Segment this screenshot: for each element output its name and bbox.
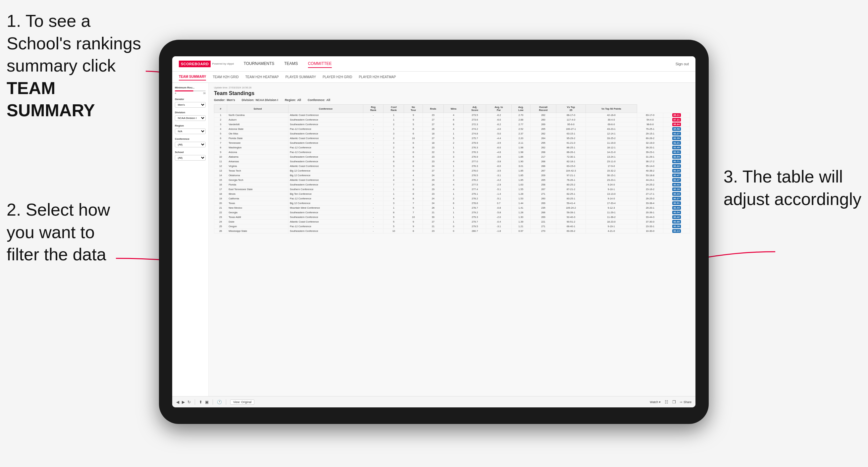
toolbar-refresh-icon[interactable]: ↻ bbox=[187, 400, 191, 404]
table-cell-1[interactable]: Alabama bbox=[227, 155, 288, 159]
watch-button[interactable]: Watch ▾ bbox=[650, 400, 661, 404]
table-cell-2: Southeastern Conference bbox=[288, 183, 363, 187]
subnav-player-h2h-heatmap[interactable]: PLAYER H2H HEATMAP bbox=[359, 74, 396, 80]
table-cell-10: 1.53 bbox=[512, 196, 530, 201]
table-cell-1[interactable]: Virginia bbox=[227, 164, 288, 168]
table-cell-1[interactable]: Florida State bbox=[227, 136, 288, 141]
table-cell-1[interactable]: Tennessee bbox=[227, 141, 288, 146]
table-cell-7: 4 bbox=[443, 159, 464, 164]
col-school: School bbox=[227, 105, 288, 113]
toolbar-clock-icon[interactable]: 🕐 bbox=[217, 400, 222, 404]
table-cell-1[interactable]: Georgia Tech bbox=[227, 178, 288, 183]
table-cell-0: 9 bbox=[214, 150, 227, 155]
table-cell-7: 1 bbox=[443, 210, 464, 215]
table-cell-1[interactable]: Texas A&M bbox=[227, 215, 288, 220]
filter-chip-division-val: NCAA Division I bbox=[256, 98, 278, 102]
filter-region-select[interactable]: N/A bbox=[175, 128, 206, 134]
table-cell-2: Southeastern Conference bbox=[288, 131, 363, 136]
table-cell-1[interactable]: North Carolina bbox=[227, 113, 288, 118]
nav-tournaments[interactable]: TOURNAMENTS bbox=[244, 60, 274, 68]
table-cell-8: 276.2 bbox=[464, 178, 486, 183]
table-cell-0: 6 bbox=[214, 136, 227, 141]
toolbar-grid-icon[interactable]: ☷ bbox=[665, 400, 668, 404]
table-cell-4: 2 bbox=[383, 136, 404, 141]
table-cell-1[interactable]: Auburn bbox=[227, 118, 288, 122]
table-cell-1[interactable]: Oregon bbox=[227, 224, 288, 229]
table-cell-1[interactable]: Illinois bbox=[227, 192, 288, 196]
tablet: SCOREBOARD Powered by clippd TOURNAMENTS… bbox=[159, 40, 709, 424]
filter-school-select[interactable]: (All) bbox=[175, 155, 206, 161]
table-cell-10: 1.90 bbox=[512, 159, 530, 164]
share-button[interactable]: ⇨ Share bbox=[680, 400, 691, 404]
table-cell-15: 80.13 bbox=[663, 229, 690, 234]
table-cell-11: 262 bbox=[530, 146, 556, 150]
table-cell-10: 1.85 bbox=[512, 173, 530, 178]
table-cell-1[interactable]: California bbox=[227, 196, 288, 201]
table-cell-5: 9 bbox=[404, 220, 423, 224]
subnav-team-h2h-heatmap[interactable]: TEAM H2H HEATMAP bbox=[245, 74, 279, 80]
table-cell-12: 95-29-2 bbox=[556, 136, 586, 141]
table-cell-1[interactable]: Oklahoma bbox=[227, 173, 288, 178]
table-cell-4: 8 bbox=[383, 210, 404, 215]
toolbar-forward-icon[interactable]: ▶ bbox=[182, 400, 185, 404]
table-cell-1[interactable]: Ole Miss bbox=[227, 131, 288, 136]
table-cell-0: 5 bbox=[214, 131, 227, 136]
table-cell-12: 95-6-0 bbox=[556, 122, 586, 127]
subnav-team-h2h-grid[interactable]: TEAM H2H GRID bbox=[213, 74, 239, 80]
table-cell-1[interactable]: Texas Tech bbox=[227, 168, 288, 173]
table-cell-15: 80.42 bbox=[663, 215, 690, 220]
toolbar-bookmark-icon[interactable]: ▣ bbox=[205, 400, 209, 404]
toolbar-back-icon[interactable]: ◀ bbox=[176, 400, 179, 404]
table-cell-6: 23 bbox=[423, 159, 444, 164]
table-cell-1[interactable]: Washington bbox=[227, 146, 288, 150]
table-cell-1[interactable]: Mississippi State bbox=[227, 229, 288, 234]
table-title: Team Standings bbox=[214, 90, 690, 96]
table-row: 15Georgia TechAtlantic Coast Conference-… bbox=[214, 178, 690, 183]
main-content: Minimum Rou... 4 30 Gender Men' bbox=[172, 83, 695, 396]
toolbar-share-icon[interactable]: ⬆ bbox=[199, 400, 203, 404]
table-cell-1[interactable]: Arizona State bbox=[227, 127, 288, 131]
table-row: 4Arizona StatePac-12 Conference-16264274… bbox=[214, 127, 690, 131]
col-overall-record: OverallRecord bbox=[530, 105, 556, 113]
table-cell-1[interactable]: Arizona bbox=[227, 150, 288, 155]
filter-gender-select[interactable]: Men's bbox=[175, 102, 206, 107]
table-cell-10: 1.63 bbox=[512, 183, 530, 187]
table-cell-12: 104-42-3 bbox=[556, 168, 586, 173]
table-cell-1[interactable]: Vanderbilt bbox=[227, 122, 288, 127]
filter-division-select[interactable]: NCAA Division I bbox=[175, 115, 206, 121]
table-cell-1[interactable]: Florida bbox=[227, 183, 288, 187]
toolbar-expand-icon[interactable]: ❐ bbox=[672, 400, 676, 404]
table-cell-8: 276.5 bbox=[464, 173, 486, 178]
filter-conference-select[interactable]: (All) bbox=[175, 142, 206, 147]
table-cell-1[interactable]: East Tennessee State bbox=[227, 187, 288, 192]
slider-fill bbox=[175, 90, 193, 91]
table-cell-9: -0.8 bbox=[486, 206, 511, 210]
table-cell-10: 2.77 bbox=[512, 122, 530, 127]
col-avg-to-par: Avg. toPar bbox=[486, 105, 511, 113]
filter-chip-conference: Conference: All bbox=[308, 98, 330, 102]
score-badge: 80.44 bbox=[672, 206, 681, 210]
table-cell-1[interactable]: Texas bbox=[227, 201, 288, 206]
view-original-button[interactable]: View: Original bbox=[230, 399, 254, 405]
sign-out[interactable]: Sign out bbox=[676, 62, 689, 66]
table-cell-4: 5 bbox=[383, 224, 404, 229]
table-cell-11: 267 bbox=[530, 168, 556, 173]
subnav-player-summary[interactable]: PLAYER SUMMARY bbox=[285, 74, 316, 80]
table-cell-7: 3 bbox=[443, 155, 464, 159]
table-cell-1[interactable]: Georgia bbox=[227, 210, 288, 215]
table-cell-3: - bbox=[363, 187, 383, 192]
table-row: 9ArizonaPac-12 Conference-38223276.3-4.6… bbox=[214, 150, 690, 155]
subnav-player-h2h-grid[interactable]: PLAYER H2H GRID bbox=[322, 74, 352, 80]
nav-committee[interactable]: COMMITTEE bbox=[308, 60, 332, 68]
table-cell-3: - bbox=[363, 206, 383, 210]
table-cell-8: 273.6 bbox=[464, 118, 486, 122]
col-rank: # bbox=[214, 105, 227, 113]
subnav-team-summary[interactable]: TEAM SUMMARY bbox=[179, 73, 206, 81]
filter-school-label: School bbox=[175, 151, 206, 154]
table-cell-1[interactable]: Duke bbox=[227, 220, 288, 224]
table-cell-10: 3.01 bbox=[512, 164, 530, 168]
nav-teams[interactable]: TEAMS bbox=[284, 60, 298, 68]
table-cell-1[interactable]: New Mexico bbox=[227, 206, 288, 210]
table-row: 1North CarolinaAtlantic Coast Conference… bbox=[214, 113, 690, 118]
table-cell-1[interactable]: Arkansas bbox=[227, 159, 288, 164]
